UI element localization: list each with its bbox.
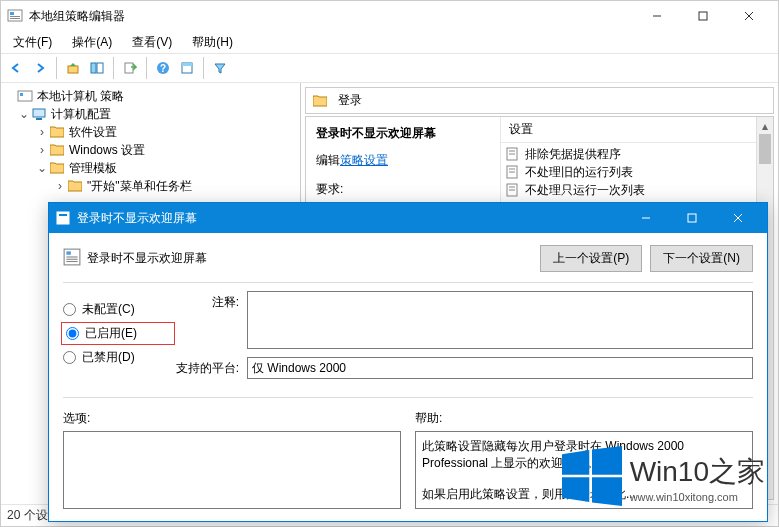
windows-logo-icon: [562, 446, 622, 509]
tree-start-menu[interactable]: "开始"菜单和任务栏: [87, 178, 192, 195]
comment-textarea[interactable]: [247, 291, 753, 349]
platform-value: [247, 357, 753, 379]
up-button[interactable]: [62, 57, 84, 79]
edit-label: 编辑: [316, 153, 340, 167]
help-label: 帮助:: [415, 410, 753, 427]
svg-rect-5: [699, 12, 707, 20]
details-header: 登录: [305, 87, 774, 114]
prev-setting-button[interactable]: 上一个设置(P): [540, 245, 642, 272]
next-setting-button[interactable]: 下一个设置(N): [650, 245, 753, 272]
svg-rect-30: [59, 214, 67, 216]
dialog-minimize-button[interactable]: [623, 203, 669, 233]
svg-rect-8: [68, 66, 78, 73]
svg-marker-43: [592, 477, 622, 506]
export-button[interactable]: [119, 57, 141, 79]
maximize-button[interactable]: [680, 1, 726, 31]
list-item[interactable]: 排除凭据提供程序: [505, 145, 752, 163]
selected-setting-title: 登录时不显示欢迎屏幕: [316, 125, 490, 142]
help-button[interactable]: ?: [152, 57, 174, 79]
column-setting[interactable]: 设置: [501, 117, 756, 143]
folder-icon: [312, 93, 328, 109]
twisty-icon[interactable]: ›: [53, 179, 67, 193]
gpedit-icon: [7, 8, 23, 24]
radio-disabled[interactable]: 已禁用(D): [63, 349, 173, 366]
policy-root-icon: [17, 88, 33, 104]
tree-admin-templates[interactable]: 管理模板: [69, 160, 117, 177]
list-item[interactable]: 不处理只运行一次列表: [505, 181, 752, 199]
twisty-icon[interactable]: ›: [35, 143, 49, 157]
svg-rect-0: [8, 10, 22, 21]
scroll-thumb[interactable]: [759, 134, 771, 164]
options-box: [63, 431, 401, 509]
menu-help[interactable]: 帮助(H): [184, 32, 241, 53]
comment-label: 注释:: [173, 291, 247, 349]
svg-rect-18: [33, 109, 45, 117]
computer-icon: [31, 106, 47, 122]
svg-marker-41: [592, 446, 622, 475]
setting-icon: [505, 182, 521, 198]
show-hide-button[interactable]: [86, 57, 108, 79]
dialog-maximize-button[interactable]: [669, 203, 715, 233]
svg-rect-32: [688, 214, 696, 222]
svg-marker-40: [562, 450, 589, 475]
details-header-title: 登录: [338, 92, 362, 109]
close-button[interactable]: [726, 1, 772, 31]
svg-marker-42: [562, 477, 589, 502]
svg-rect-15: [182, 63, 192, 66]
forward-button[interactable]: [29, 57, 51, 79]
dialog-title: 登录时不显示欢迎屏幕: [77, 210, 623, 227]
tree-windows[interactable]: Windows 设置: [69, 142, 145, 159]
svg-rect-10: [97, 63, 103, 73]
folder-icon: [67, 178, 83, 194]
twisty-icon[interactable]: ⌄: [35, 161, 49, 175]
svg-rect-1: [10, 12, 14, 15]
dialog-titlebar[interactable]: 登录时不显示欢迎屏幕: [49, 203, 767, 233]
svg-rect-2: [10, 16, 20, 17]
menu-action[interactable]: 操作(A): [64, 32, 120, 53]
twisty-icon[interactable]: ›: [35, 125, 49, 139]
window-buttons: [634, 1, 772, 31]
menubar: 文件(F) 操作(A) 查看(V) 帮助(H): [1, 31, 778, 53]
svg-rect-9: [91, 63, 96, 73]
edit-policy-link[interactable]: 策略设置: [340, 153, 388, 167]
svg-rect-3: [10, 18, 20, 19]
radio-enabled[interactable]: 已启用(E): [63, 324, 173, 343]
settings-list[interactable]: 排除凭据提供程序 不处理旧的运行列表 不处理只运行一次列表: [501, 143, 756, 201]
options-label: 选项:: [63, 410, 401, 427]
folder-icon: [49, 142, 65, 158]
menu-view[interactable]: 查看(V): [124, 32, 180, 53]
tree-software[interactable]: 软件设置: [69, 124, 117, 141]
svg-rect-29: [57, 212, 69, 224]
back-button[interactable]: [5, 57, 27, 79]
minimize-button[interactable]: [634, 1, 680, 31]
svg-text:?: ?: [160, 63, 166, 74]
svg-rect-19: [36, 118, 42, 120]
svg-rect-17: [20, 93, 23, 96]
watermark-url: www.win10xitong.com: [630, 491, 765, 503]
setting-icon: [505, 146, 521, 162]
setting-icon: [505, 164, 521, 180]
svg-rect-36: [66, 251, 71, 254]
svg-rect-11: [125, 63, 133, 73]
dialog-heading: 登录时不显示欢迎屏幕: [87, 250, 207, 267]
menu-file[interactable]: 文件(F): [5, 32, 60, 53]
folder-icon: [49, 124, 65, 140]
dialog-setting-icon: [63, 248, 81, 269]
tree-computer-config[interactable]: 计算机配置: [51, 106, 111, 123]
scroll-up-icon[interactable]: ▴: [757, 117, 773, 134]
dialog-close-button[interactable]: [715, 203, 761, 233]
requirements-label: 要求:: [316, 181, 490, 198]
watermark-title: Win10之家: [630, 453, 765, 491]
folder-icon: [49, 160, 65, 176]
radio-group: 未配置(C) 已启用(E) 已禁用(D): [63, 291, 173, 387]
radio-not-configured[interactable]: 未配置(C): [63, 301, 173, 318]
watermark: Win10之家 www.win10xitong.com: [562, 446, 765, 509]
platform-label: 支持的平台:: [173, 357, 247, 379]
toolbar: ?: [1, 53, 778, 83]
dialog-icon: [55, 210, 71, 226]
properties-button[interactable]: [176, 57, 198, 79]
tree-root[interactable]: 本地计算机 策略: [37, 88, 124, 105]
twisty-icon[interactable]: ⌄: [17, 107, 31, 121]
filter-button[interactable]: [209, 57, 231, 79]
list-item[interactable]: 不处理旧的运行列表: [505, 163, 752, 181]
